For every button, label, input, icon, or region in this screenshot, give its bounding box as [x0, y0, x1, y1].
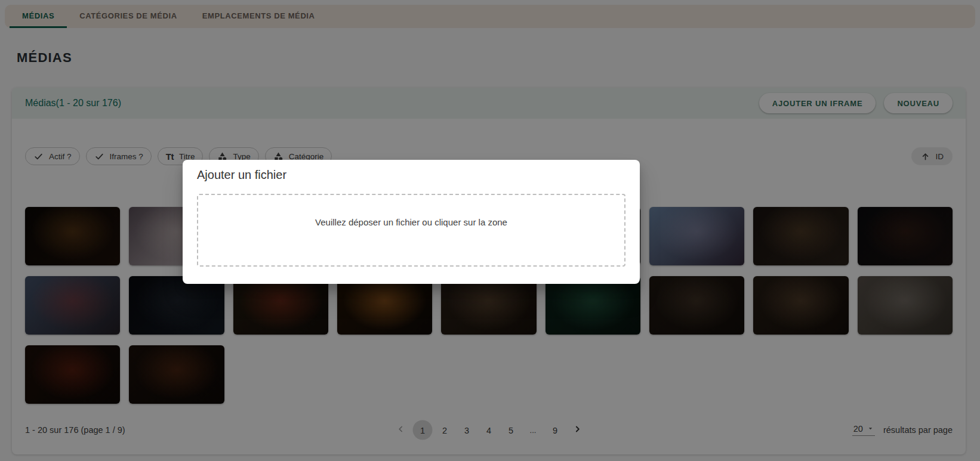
- dialog-title: Ajouter un fichier: [197, 168, 286, 182]
- dropzone-hint: Veuillez déposer un fichier ou cliquer s…: [315, 217, 507, 227]
- add-file-dialog: Ajouter un fichier Veuillez déposer un f…: [183, 160, 640, 284]
- file-dropzone[interactable]: Veuillez déposer un fichier ou cliquer s…: [197, 194, 625, 267]
